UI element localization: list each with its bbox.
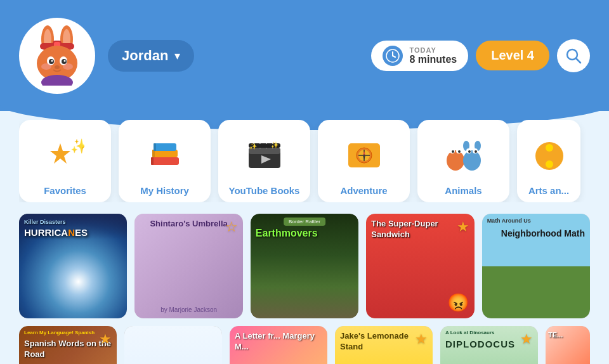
emoji-overlay: 😡 [447, 292, 469, 313]
favorites-label: Favorites [44, 185, 86, 196]
book-series-neighborhood: Math Around Us [487, 218, 585, 224]
search-icon [565, 48, 582, 64]
svg-text:✨: ✨ [249, 142, 258, 150]
svg-marker-23 [50, 143, 70, 164]
book-title-letter: A Letter fr... Margery M... [235, 331, 322, 353]
svg-point-56 [452, 150, 454, 153]
svg-point-58 [463, 150, 481, 171]
svg-point-52 [447, 150, 464, 171]
history-label: My History [140, 185, 189, 196]
search-button[interactable] [557, 39, 590, 72]
bunny-avatar-icon [29, 25, 86, 86]
arts-label: Arts an... [528, 185, 569, 196]
book-hurricanes[interactable]: Killer Disasters HURRICANES [19, 214, 127, 318]
category-animals[interactable]: Animals [417, 120, 509, 202]
book-shintaro[interactable]: Shintaro's Umbrella by Marjorie Jackson … [134, 214, 242, 318]
avatar [19, 18, 95, 94]
star-badge-sandwich: ★ [457, 219, 469, 235]
header-right: TODAY 8 minutes Level 4 [371, 39, 590, 72]
svg-rect-28 [151, 157, 154, 165]
chevron-down-icon: ▾ [174, 49, 180, 63]
book-diplodocus[interactable]: A Look at Dinosaurs DIPLODOCUS ★ [440, 326, 538, 364]
book-neighborhood[interactable]: Math Around Us Neighborhood Math [482, 214, 590, 318]
svg-line-39 [258, 140, 261, 143]
svg-point-12 [51, 60, 53, 62]
book-series-earthmovers: Border Rattler [284, 218, 325, 226]
svg-point-64 [468, 150, 471, 153]
book-sandwich[interactable]: The Super-Duper Sandwich ★ 😡 [366, 214, 474, 318]
svg-rect-25 [151, 157, 179, 165]
svg-point-57 [458, 150, 461, 153]
book-title-sandwich: The Super-Duper Sandwich [371, 219, 469, 240]
category-youtube[interactable]: ✨ ✨ YouTube Books [218, 120, 310, 202]
svg-rect-27 [154, 143, 176, 151]
categories-row: ✨ Favorites My History [19, 120, 590, 202]
book-earthmovers[interactable]: Border Rattler Earthmovers [251, 214, 358, 318]
book-spanish[interactable]: Learn My Language! Spanish Spanish Words… [19, 326, 117, 364]
svg-point-14 [55, 65, 60, 69]
svg-text:✨: ✨ [70, 138, 84, 155]
svg-point-15 [41, 63, 51, 70]
youtube-icon: ✨ ✨ [246, 130, 284, 181]
star-badge-lemonade: ★ [415, 331, 428, 348]
clock-icon [383, 46, 403, 66]
book-lemonade[interactable]: Jake's Lemonade Stand ★ [335, 326, 433, 364]
books-row-1: Killer Disasters HURRICANES Shintaro's U… [19, 214, 590, 318]
book-title-shintaro: Shintaro's Umbrella [140, 219, 237, 228]
today-label: TODAY [409, 46, 436, 54]
adventure-icon [345, 130, 383, 181]
svg-point-65 [475, 150, 477, 153]
book-title-teen: TE... [548, 331, 587, 339]
user-name: Jordan [122, 48, 168, 64]
animals-label: Animals [445, 185, 481, 196]
book-teen[interactable]: TE... [546, 326, 590, 364]
history-icon [146, 130, 184, 181]
category-arts[interactable]: Arts an... [517, 120, 580, 202]
arts-icon [532, 130, 566, 181]
svg-rect-30 [154, 143, 156, 151]
categories-section: ✨ Favorites My History [0, 120, 609, 202]
star-badge-shintaro: ☆ [225, 219, 238, 235]
svg-line-22 [576, 58, 580, 63]
category-adventure[interactable]: Adventure [318, 120, 410, 202]
minutes-value: 8 minutes [409, 54, 457, 65]
animals-icon [442, 130, 486, 181]
book-title-hurricanes: Killer Disasters HURRICANES [24, 219, 122, 238]
books-row-2: Learn My Language! Spanish Spanish Words… [19, 326, 590, 364]
youtube-label: YouTube Books [229, 185, 300, 196]
book-why[interactable]: Why Nita... [124, 326, 222, 364]
svg-point-67 [546, 144, 553, 152]
book-title-earthmovers: Earthmovers [256, 228, 353, 239]
svg-point-13 [64, 60, 66, 62]
category-history[interactable]: My History [119, 120, 211, 202]
svg-point-16 [63, 63, 73, 70]
adventure-label: Adventure [340, 185, 387, 196]
star-badge-spanish: ★ [99, 331, 112, 348]
category-favorites[interactable]: ✨ Favorites [19, 120, 111, 202]
svg-text:✨: ✨ [271, 141, 279, 149]
star-badge-diplodocus: ★ [520, 331, 533, 348]
favorites-icon: ✨ [46, 130, 84, 181]
books-section: Killer Disasters HURRICANES Shintaro's U… [0, 202, 609, 364]
book-letter[interactable]: A Letter fr... Margery M... [230, 326, 327, 364]
time-badge: TODAY 8 minutes [371, 41, 468, 71]
svg-line-40 [265, 140, 267, 143]
book-title-neighborhood: Neighborhood Math [501, 228, 585, 239]
user-name-button[interactable]: Jordan ▾ [108, 40, 194, 72]
svg-point-68 [546, 160, 553, 168]
time-text: TODAY 8 minutes [409, 46, 457, 65]
level-badge[interactable]: Level 4 [476, 41, 549, 70]
header: Jordan ▾ TODAY 8 minutes Level 4 [0, 0, 609, 111]
